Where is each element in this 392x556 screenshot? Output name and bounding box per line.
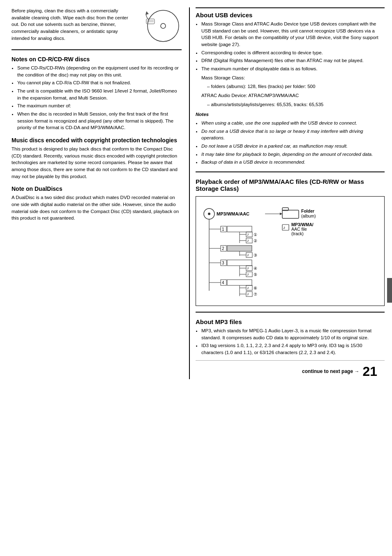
right-column: About USB devices Mass Storage Class and…	[189, 7, 392, 379]
usb-divider-top	[196, 7, 385, 8]
dualdiscs-body: A DualDisc is a two sided disc product w…	[12, 194, 182, 222]
usb-title: About USB devices	[196, 12, 385, 19]
cd-rw-bullet-4: The maximum number of:	[17, 102, 182, 109]
atrac-subitems: albums/artists/playlists/genres: 65,535,…	[201, 101, 385, 108]
cd-rw-bullets: Some CD-Rs/CD-RWs (depending on the equi…	[12, 65, 182, 131]
usb-notes-label: Notes	[196, 111, 385, 118]
svg-text:♪: ♪	[247, 232, 249, 236]
svg-text:♪: ♪	[247, 292, 249, 296]
continue-text: continue to next page →	[302, 368, 359, 374]
svg-text:⑥: ⑥	[254, 286, 257, 290]
usb-note-1: When using a cable, use the one supplied…	[201, 120, 385, 127]
mp3-title: About MP3 files	[196, 318, 385, 325]
svg-text:4: 4	[222, 280, 224, 285]
cd-rw-bullet-3: The unit is compatible with the ISO 9660…	[17, 88, 182, 101]
mp3-bullets: MP3, which stands for MPEG-1 Audio Layer…	[196, 327, 385, 356]
svg-rect-11	[282, 210, 299, 218]
mp3-divider	[196, 312, 385, 313]
usb-bullet-4: The maximum number of displayable data i…	[201, 65, 385, 72]
svg-text:♪: ♪	[247, 285, 249, 290]
svg-text:♪: ♪	[247, 238, 249, 243]
svg-text:③: ③	[254, 253, 257, 257]
svg-text:♪: ♪	[247, 266, 249, 270]
section-cd-rw: Notes on CD-R/CD-RW discs Some CD-Rs/CD-…	[12, 49, 182, 131]
svg-text:3: 3	[222, 261, 224, 265]
usb-bullets: Mass Storage Class and ATRAC Audio Devic…	[196, 21, 385, 72]
cd-rw-bullet-2: You cannot play a CD-R/a CD-RW that is n…	[17, 79, 182, 86]
mass-storage-subitems: folders (albums): 128, files (tracks) pe…	[201, 83, 385, 90]
usb-note-5: Backup of data in a USB device is recomm…	[201, 159, 385, 166]
usb-notes-list: When using a cable, use the one supplied…	[196, 120, 385, 166]
playback-divider	[196, 171, 385, 172]
usb-note-2: Do not use a USB device that is so large…	[201, 128, 385, 141]
svg-rect-37	[227, 246, 252, 251]
page-number: 21	[362, 364, 377, 379]
top-intro-section: Before playing, clean the discs with a c…	[12, 7, 182, 44]
usb-note-3: Do not leave a USB device in a parked ca…	[201, 143, 385, 150]
usb-bullet-2: Corresponding codec is different accordi…	[201, 49, 385, 56]
atrac-label: ATRAC Audio Device: ATRAC/MP3/WMA/AAC	[201, 92, 385, 99]
playback-title: Playback order of MP3/WMA/AAC files (CD-…	[196, 178, 385, 192]
mp3-bullet-2: ID3 tag versions 1.0, 1.1, 2.2, 2.3 and …	[201, 342, 385, 356]
section-usb: About USB devices Mass Storage Class and…	[196, 7, 385, 166]
dualdiscs-title: Note on DualDiscs	[12, 185, 182, 192]
svg-rect-46	[227, 260, 252, 266]
section-dualdiscs: Note on DualDiscs A DualDisc is a two si…	[12, 185, 182, 222]
svg-text:2: 2	[222, 246, 224, 251]
mass-storage-label: Mass Storage Class:	[201, 74, 385, 81]
mp3-bullet-1: MP3, which stands for MPEG-1 Audio Layer…	[201, 327, 385, 341]
svg-text:♪: ♪	[247, 253, 249, 257]
mass-storage-sub-1: folders (albums): 128, files (tracks) pe…	[207, 83, 385, 90]
cd-rw-multi-session: When the disc is recorded in Multi Sessi…	[17, 111, 182, 131]
page: Before playing, clean the discs with a c…	[0, 0, 392, 556]
divider	[12, 49, 182, 50]
copyright-body: This product is designed to play back di…	[12, 146, 182, 180]
footer: continue to next page → 21	[196, 360, 385, 379]
svg-text:♪: ♪	[283, 225, 286, 230]
cd-rw-bullet-1: Some CD-Rs/CD-RWs (depending on the equi…	[17, 65, 182, 78]
svg-text:1: 1	[222, 227, 224, 232]
section-playback: Playback order of MP3/WMA/AAC files (CD-…	[196, 171, 385, 306]
svg-text:♪: ♪	[247, 272, 249, 276]
top-intro-text: Before playing, clean the discs with a c…	[12, 7, 136, 42]
svg-rect-24	[227, 226, 252, 232]
svg-point-1	[161, 23, 166, 28]
svg-marker-10	[280, 213, 282, 215]
disc-illustration	[141, 7, 182, 44]
svg-text:(track): (track)	[291, 231, 304, 236]
section-mp3: About MP3 files MP3, which stands for MP…	[196, 312, 385, 356]
svg-text:⑤: ⑤	[254, 272, 257, 277]
section-copyright: Music discs encoded with copyright prote…	[12, 137, 182, 180]
svg-text:②: ②	[254, 239, 257, 243]
usb-bullet-3: DRM (Digital Rights Management) files ot…	[201, 57, 385, 64]
svg-text:④: ④	[254, 266, 257, 271]
svg-text:Folder: Folder	[301, 208, 314, 213]
right-tab-marker	[387, 278, 392, 303]
svg-text:⑦: ⑦	[254, 292, 257, 297]
atrac-sub-1: albums/artists/playlists/genres: 65,535,…	[207, 101, 385, 108]
copyright-title: Music discs encoded with copyright prote…	[12, 137, 182, 144]
svg-rect-59	[227, 280, 252, 285]
playback-diagram: MP3/WMA/AAC Folder (album) ♪ MP3/WMA/ AA…	[196, 196, 385, 306]
svg-point-7	[208, 213, 210, 215]
usb-note-4: It may take time for playback to begin, …	[201, 151, 385, 158]
svg-text:(album): (album)	[301, 213, 316, 218]
svg-text:①: ①	[254, 232, 257, 237]
usb-bullet-1: Mass Storage Class and ATRAC Audio Devic…	[201, 21, 385, 48]
cd-rw-title: Notes on CD-R/CD-RW discs	[12, 56, 182, 63]
svg-text:MP3/WMA/AAC: MP3/WMA/AAC	[217, 211, 249, 216]
svg-point-0	[148, 10, 179, 42]
left-column: Before playing, clean the discs with a c…	[0, 7, 189, 549]
